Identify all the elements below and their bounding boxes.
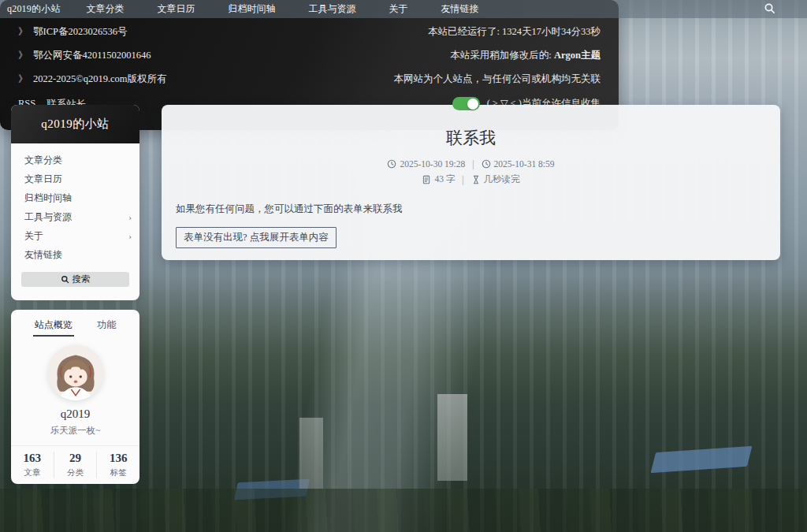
toggle-knob bbox=[467, 99, 478, 110]
article-title: 联系我 bbox=[176, 127, 766, 149]
theme-line: 本站采用稍加修改后的: Argon主题 bbox=[450, 49, 601, 62]
nav-item-calendar[interactable]: 文章日历 bbox=[141, 2, 212, 16]
article-meta-dates: 2025-10-30 19:28 | 2025-10-31 8:59 bbox=[387, 159, 554, 169]
expand-form-button[interactable]: 表单没有出现? 点我展开表单内容 bbox=[176, 227, 337, 248]
sidebar-search-label: 搜索 bbox=[73, 273, 91, 285]
profile-tabs: 站点概览 功能 bbox=[11, 316, 139, 337]
bullet-icon: 》 bbox=[18, 25, 28, 39]
word-count-text: 43 字 bbox=[434, 173, 455, 185]
sidebar-item-label: 友情链接 bbox=[24, 248, 62, 262]
profile-name: q2019 bbox=[11, 407, 139, 421]
copyright-line: 》 2022-2025©q2019.com版权所有 bbox=[18, 73, 167, 86]
nav-brand[interactable]: q2019的小站 bbox=[0, 2, 70, 16]
privacy-toggle[interactable] bbox=[452, 97, 480, 110]
stat-articles-value: 163 bbox=[11, 452, 54, 465]
meta-separator: | bbox=[459, 175, 466, 184]
nav-item-about[interactable]: 关于 bbox=[373, 2, 425, 16]
avatar-illustration bbox=[48, 345, 103, 400]
stat-tags-label: 标签 bbox=[97, 467, 139, 478]
theme-prefix-text: 本站采用稍加修改后的: bbox=[450, 50, 554, 61]
theme-name-link[interactable]: Argon主题 bbox=[554, 50, 601, 61]
word-count: 43 字 bbox=[422, 173, 455, 185]
stat-categories[interactable]: 29 分类 bbox=[54, 452, 97, 478]
sidebar-item-label: 关于 bbox=[24, 229, 43, 243]
sidebar-item-label: 文章分类 bbox=[24, 154, 62, 167]
icp-record-text: 鄂ICP备2023026536号 bbox=[33, 25, 127, 39]
sidebar-search-button[interactable]: 搜索 bbox=[21, 272, 129, 287]
search-icon[interactable] bbox=[764, 2, 775, 14]
nav-item-categories[interactable]: 文章分类 bbox=[70, 2, 141, 16]
meta-separator: | bbox=[470, 159, 476, 169]
clock-icon bbox=[482, 159, 491, 169]
background-building bbox=[299, 418, 323, 489]
article-body-text: 如果您有任何问题，您可以通过下面的表单来联系我 bbox=[176, 203, 766, 216]
hourglass-icon bbox=[471, 175, 481, 184]
disclaimer-text: 本网站为个人站点，与任何公司或机构均无关联 bbox=[394, 73, 601, 86]
nav-item-tools-resources[interactable]: 工具与资源 bbox=[292, 2, 373, 16]
sidebar-menu: 文章分类 文章日历 归档时间轴 工具与资源 › 关于 › 友情链接 bbox=[11, 143, 139, 267]
sidebar-item-calendar[interactable]: 文章日历 bbox=[11, 169, 139, 188]
stat-tags[interactable]: 136 标签 bbox=[96, 452, 139, 478]
read-time: 几秒读完 bbox=[471, 173, 520, 185]
police-record-text: 鄂公网安备42011502001646 bbox=[33, 49, 151, 62]
sidebar-site-title: q2019的小站 bbox=[11, 105, 139, 143]
sidebar-item-about[interactable]: 关于 › bbox=[11, 226, 139, 245]
nav-item-friend-links[interactable]: 友情链接 bbox=[425, 2, 496, 16]
sidebar-item-archive-timeline[interactable]: 归档时间轴 bbox=[11, 188, 139, 207]
background-trees bbox=[0, 489, 807, 532]
created-time-text: 2025-10-30 19:28 bbox=[400, 159, 465, 169]
created-time: 2025-10-30 19:28 bbox=[387, 159, 465, 169]
bullet-icon: 》 bbox=[18, 73, 28, 86]
chevron-right-icon: › bbox=[128, 213, 132, 221]
background-building bbox=[437, 394, 467, 481]
sidebar-item-label: 文章日历 bbox=[24, 173, 62, 186]
article-card: 联系我 2025-10-30 19:28 | 2025-10-31 8:59 bbox=[162, 105, 780, 260]
article-meta: 2025-10-30 19:28 | 2025-10-31 8:59 43 字 … bbox=[176, 159, 766, 185]
bullet-icon: 》 bbox=[18, 49, 28, 62]
sidebar-item-friend-links[interactable]: 友情链接 bbox=[11, 245, 139, 264]
avatar-wrapper bbox=[11, 345, 139, 400]
clock-icon bbox=[387, 159, 396, 169]
uptime-text: 本站已经运行了: 1324天17小时34分33秒 bbox=[428, 25, 601, 39]
sidebar-item-label: 工具与资源 bbox=[24, 210, 72, 224]
tab-site-overview[interactable]: 站点概览 bbox=[33, 316, 74, 337]
profile-bio: 乐天派一枚~ bbox=[11, 425, 139, 437]
tab-functions[interactable]: 功能 bbox=[95, 316, 117, 337]
article-meta-stats: 43 字 | 几秒读完 bbox=[422, 173, 519, 185]
search-icon bbox=[61, 275, 69, 284]
background-blue-roof bbox=[234, 479, 310, 500]
updated-time-text: 2025-10-31 8:59 bbox=[494, 159, 555, 169]
sidebar-item-tools-resources[interactable]: 工具与资源 › bbox=[11, 207, 139, 226]
nav-item-archive-timeline[interactable]: 归档时间轴 bbox=[212, 2, 292, 16]
icp-record-link[interactable]: 》 鄂ICP备2023026536号 bbox=[18, 25, 167, 39]
stat-articles-label: 文章 bbox=[11, 467, 54, 478]
updated-time: 2025-10-31 8:59 bbox=[482, 159, 555, 169]
top-navbar: q2019的小站 文章分类 文章日历 归档时间轴 工具与资源 关于 友情链接 bbox=[0, 0, 807, 18]
stat-tags-value: 136 bbox=[97, 452, 139, 465]
document-icon bbox=[422, 175, 431, 184]
read-time-text: 几秒读完 bbox=[484, 173, 520, 185]
sidebar-item-categories[interactable]: 文章分类 bbox=[11, 151, 139, 169]
copyright-text: 2022-2025©q2019.com版权所有 bbox=[33, 73, 167, 86]
profile-card: 站点概览 功能 q2019 乐天派一枚~ 163 文章 bbox=[11, 310, 139, 484]
avatar[interactable] bbox=[48, 345, 103, 400]
chevron-right-icon: › bbox=[128, 232, 132, 240]
profile-stats: 163 文章 29 分类 136 标签 bbox=[11, 445, 139, 478]
stat-categories-value: 29 bbox=[54, 452, 97, 465]
stat-articles[interactable]: 163 文章 bbox=[11, 452, 54, 478]
background-blue-roof bbox=[650, 446, 752, 473]
sidebar-item-label: 归档时间轴 bbox=[24, 192, 72, 205]
police-record-link[interactable]: 》 鄂公网安备42011502001646 bbox=[18, 49, 167, 62]
sidebar-card: q2019的小站 文章分类 文章日历 归档时间轴 工具与资源 › 关于 › 友情… bbox=[11, 105, 139, 300]
stat-categories-label: 分类 bbox=[54, 467, 97, 478]
